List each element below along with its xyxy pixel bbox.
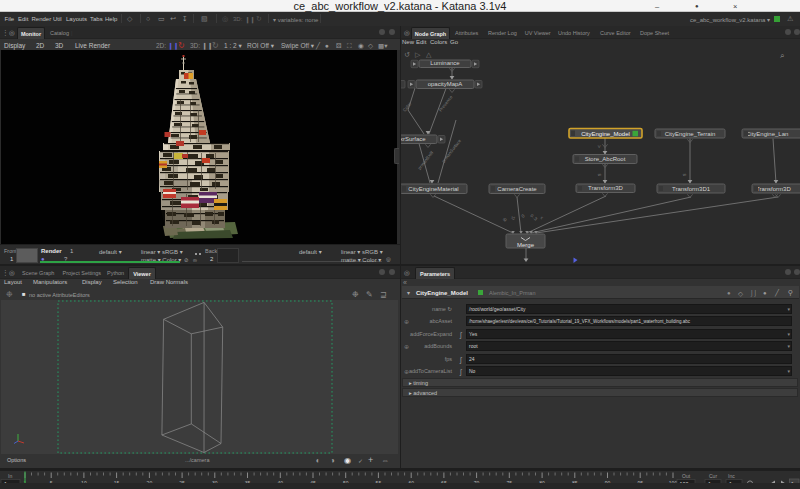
svg-text:Color: Color (402, 101, 413, 113)
svg-text:Transform3D1: Transform3D1 (672, 186, 711, 192)
svg-text:Transform3D: Transform3D (588, 185, 623, 191)
svg-text:0: 0 (520, 213, 526, 219)
svg-text:Inc: Inc (728, 473, 735, 479)
svg-text:opacityMapA: opacityMapA (428, 81, 463, 87)
svg-text:Out: Out (682, 473, 691, 479)
svg-text:Cur: Cur (709, 473, 717, 479)
svg-text:CityEngineMaterial: CityEngineMaterial (408, 186, 458, 192)
svg-text:x: x (539, 215, 545, 221)
svg-text:Merge: Merge (517, 242, 535, 248)
svg-text:⌕: ⌕ (780, 51, 784, 60)
svg-text:xrSurface: xrSurface (401, 136, 426, 142)
svg-text:CityEngine_Lan: CityEngine_Lan (746, 131, 788, 137)
svg-text:s: s (596, 173, 602, 176)
svg-text:▷: ▷ (415, 51, 421, 58)
svg-text:In: In (8, 473, 12, 479)
svg-text:CityEngine_Model: CityEngine_Model (581, 131, 630, 137)
svg-text:s: s (681, 173, 687, 176)
svg-text:Transform3D: Transform3D (756, 186, 791, 192)
svg-text:Store_AbcRoot: Store_AbcRoot (585, 156, 626, 162)
svg-text:i0: i0 (502, 216, 508, 222)
svg-text:i1: i1 (510, 215, 516, 220)
svg-text:CityEngine_Terrain: CityEngine_Terrain (665, 131, 716, 137)
svg-text:↺: ↺ (404, 51, 410, 58)
svg-text:0..3: 0..3 (529, 213, 538, 222)
svg-text:△: △ (426, 51, 432, 58)
svg-text:CameraCreate: CameraCreate (497, 186, 537, 192)
svg-text:<: < (596, 145, 602, 148)
svg-text:Luminance: Luminance (430, 60, 460, 66)
